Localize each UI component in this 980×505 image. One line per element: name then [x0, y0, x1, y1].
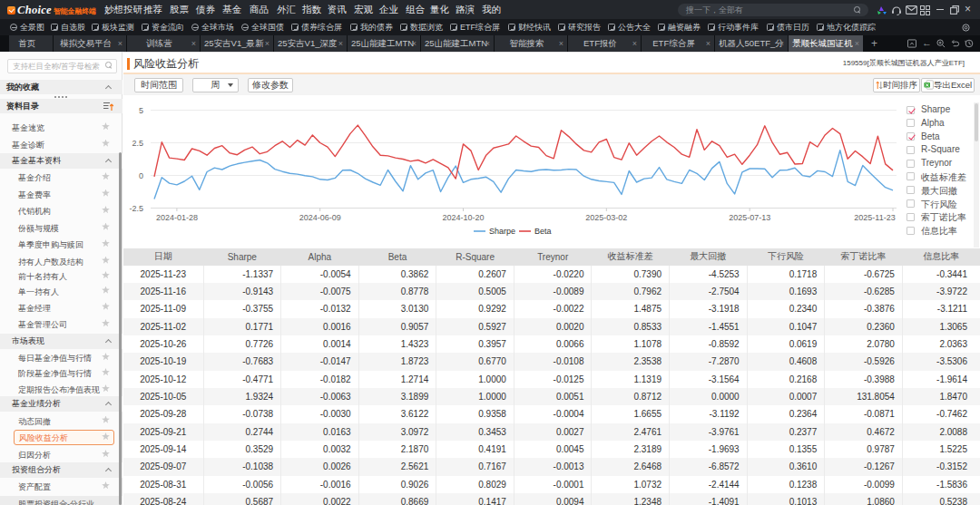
svg-text:5: 5: [139, 106, 143, 115]
svg-text:2024-01-28: 2024-01-28: [156, 213, 198, 222]
svg-text:2.5: 2.5: [132, 139, 143, 148]
svg-text:Sharpe: Sharpe: [489, 227, 515, 236]
svg-text:2025-07-13: 2025-07-13: [729, 213, 770, 222]
svg-text:0: 0: [139, 171, 143, 180]
svg-text:-2.5: -2.5: [129, 204, 143, 213]
svg-text:2024-10-20: 2024-10-20: [442, 213, 484, 222]
svg-text:2024-06-09: 2024-06-09: [299, 213, 341, 222]
svg-text:Beta: Beta: [534, 227, 552, 236]
svg-text:2025-11-23: 2025-11-23: [854, 213, 895, 222]
svg-text:2025-03-02: 2025-03-02: [585, 213, 627, 222]
